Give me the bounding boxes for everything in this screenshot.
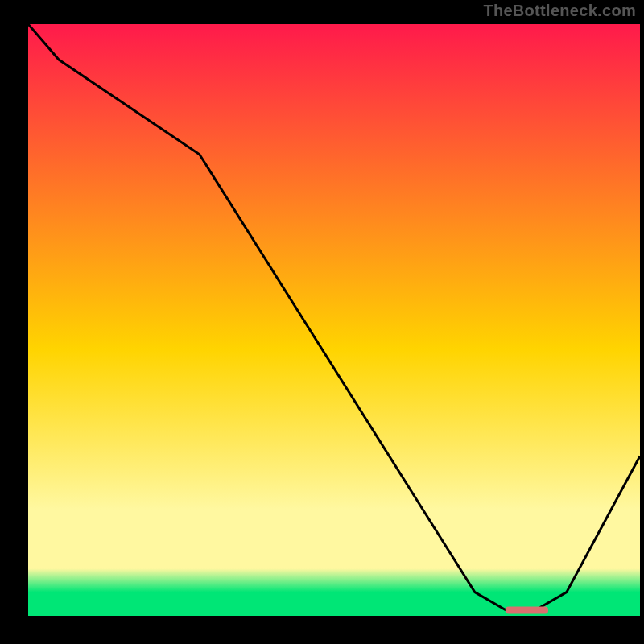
plot-svg — [28, 24, 640, 616]
flat-minimum-marker — [506, 607, 548, 614]
plot-area — [28, 24, 640, 616]
chart-frame: TheBottleneck.com — [0, 0, 644, 644]
watermark-text: TheBottleneck.com — [483, 2, 636, 20]
gradient-background — [28, 24, 640, 616]
